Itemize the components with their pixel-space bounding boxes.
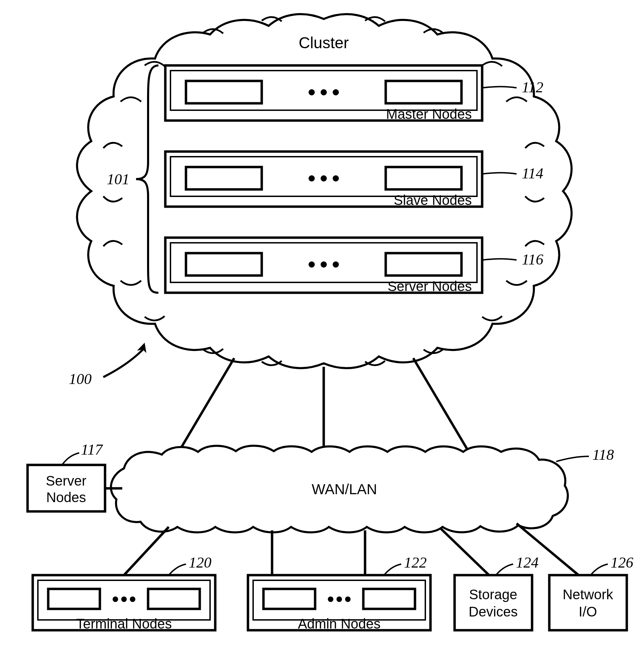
wan-lan-label: WAN/LAN xyxy=(312,481,377,497)
ref-112: 112 xyxy=(522,79,543,96)
svg-point-12 xyxy=(321,175,327,181)
svg-rect-46 xyxy=(455,575,532,630)
storage-devices-box: Storage Devices xyxy=(455,575,532,630)
ellipsis-icon xyxy=(328,596,351,602)
master-nodes-label: Master Nodes xyxy=(386,106,472,122)
svg-point-4 xyxy=(309,89,315,95)
svg-line-27 xyxy=(124,527,169,575)
svg-point-6 xyxy=(333,89,339,95)
slave-nodes-label: Slave Nodes xyxy=(394,193,472,208)
svg-point-19 xyxy=(321,261,327,268)
terminal-nodes-label: Terminal Nodes xyxy=(76,616,172,631)
network-line2: I/O xyxy=(579,604,597,619)
server-nodes-box-line2: Nodes xyxy=(46,490,86,505)
ellipsis-icon xyxy=(309,261,339,268)
svg-point-18 xyxy=(309,261,315,268)
ellipsis-icon xyxy=(309,175,339,181)
svg-point-11 xyxy=(309,175,315,181)
server-nodes-row: Server Nodes xyxy=(165,238,482,294)
server-nodes-label: Server Nodes xyxy=(387,279,472,294)
svg-point-43 xyxy=(328,596,333,602)
ellipsis-icon xyxy=(113,596,135,602)
svg-point-38 xyxy=(130,596,135,602)
svg-line-24 xyxy=(413,358,468,451)
ref-101: 101 xyxy=(107,171,129,188)
slave-nodes-row: Slave Nodes xyxy=(165,152,482,208)
ref-126: 126 xyxy=(611,554,633,571)
ref-117: 117 xyxy=(81,441,103,458)
cluster-title: Cluster xyxy=(299,34,349,52)
admin-nodes-label: Admin Nodes xyxy=(298,616,381,631)
svg-rect-47 xyxy=(549,575,627,630)
svg-point-44 xyxy=(336,596,342,602)
ref-120: 120 xyxy=(189,554,211,571)
network-io-box: Network I/O xyxy=(549,575,627,630)
svg-point-37 xyxy=(121,596,127,602)
svg-point-20 xyxy=(333,261,339,268)
svg-point-13 xyxy=(333,175,339,181)
ref-122: 122 xyxy=(404,554,427,571)
ref-100: 100 xyxy=(69,371,92,387)
svg-line-22 xyxy=(179,358,234,451)
network-line1: Network xyxy=(563,587,614,602)
server-nodes-box-line1: Server xyxy=(46,473,86,488)
master-nodes-row: Master Nodes xyxy=(165,65,482,122)
ref-116: 116 xyxy=(522,251,543,268)
ref-100-arrow: 100 xyxy=(69,343,146,387)
svg-point-36 xyxy=(113,596,118,602)
cloud-to-wan-links xyxy=(179,358,468,451)
svg-line-30 xyxy=(441,529,489,575)
svg-point-45 xyxy=(345,596,351,602)
admin-nodes-box: Admin Nodes xyxy=(248,575,430,631)
ref-124: 124 xyxy=(516,554,539,571)
server-nodes-box: Server Nodes xyxy=(28,465,105,511)
ellipsis-icon xyxy=(309,89,339,95)
terminal-nodes-box: Terminal Nodes xyxy=(33,575,215,631)
ref-118: 118 xyxy=(592,446,614,463)
ref-114: 114 xyxy=(522,165,543,182)
storage-line1: Storage xyxy=(469,587,517,602)
storage-line2: Devices xyxy=(469,604,518,619)
svg-point-5 xyxy=(321,89,327,95)
